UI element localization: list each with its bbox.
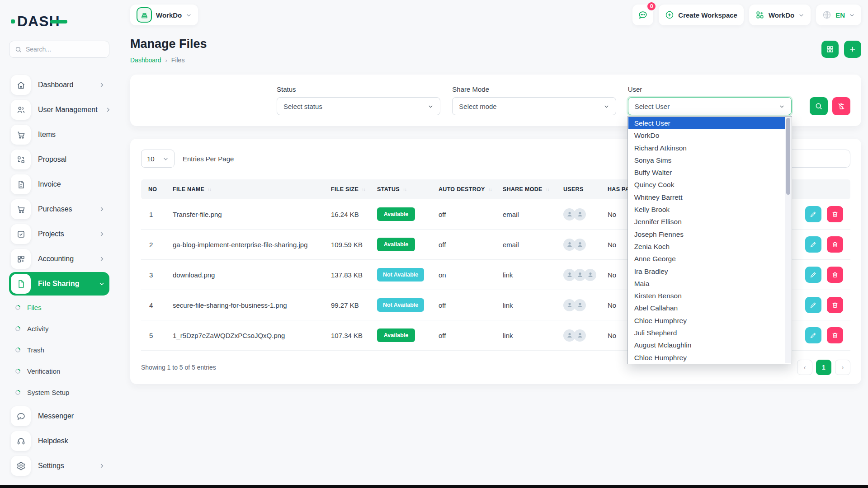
sidebar-subitem-activity[interactable]: Activity [9,318,109,339]
sort-icon[interactable]: ↑↓ [362,187,365,192]
sidebar-item-file-sharing[interactable]: File Sharing [9,272,109,296]
user-option[interactable]: Zenia Koch [628,240,785,253]
messages-button[interactable]: 0 [632,5,653,25]
user-select[interactable]: Select User [628,97,792,115]
cell-share-mode: link [498,260,559,290]
bullet-ring-icon [14,347,21,353]
trash-icon [831,271,839,278]
sidebar-item-dashboard[interactable]: Dashboard [9,73,109,97]
column-header-share-mode[interactable]: SHARE MODE↑↓ [498,179,559,199]
sidebar-search[interactable] [9,41,109,58]
filter-actions [810,97,850,115]
dropdown-scrollbar[interactable] [785,117,791,363]
edit-file-button[interactable] [805,327,821,343]
user-option[interactable]: Anne George [628,253,785,265]
grid-view-button[interactable] [821,41,839,58]
user-option[interactable]: Buffy Walter [628,166,785,178]
pagination-page-1-button[interactable]: 1 [816,360,831,375]
sidebar-item-user-management[interactable]: User Management [9,98,109,122]
sidebar-item-purchases[interactable]: Purchases [9,197,109,221]
user-option[interactable]: Jennifer Ellison [628,216,785,228]
trash-icon [831,211,839,218]
user-option[interactable]: Chloe Humphrey [628,314,785,327]
edit-file-button[interactable] [805,297,821,313]
delete-file-button[interactable] [827,206,843,222]
sort-icon[interactable]: ↑↓ [546,187,549,192]
sidebar-subitem-verification[interactable]: Verification [9,361,109,382]
entries-per-page-select[interactable]: 10 [141,150,175,168]
edit-file-button[interactable] [805,236,821,253]
sidebar-item-accounting[interactable]: Accounting [9,247,109,271]
delete-file-button[interactable] [827,267,843,283]
user-option[interactable]: Sonya Sims [628,154,785,166]
column-header-no[interactable]: NO [141,179,168,199]
sidebar-subitem-files[interactable]: Files [9,297,109,318]
reset-filter-button[interactable] [832,97,850,115]
share-mode-select[interactable]: Select mode [452,97,616,115]
sidebar-item-items[interactable]: Items [9,123,109,146]
user-option[interactable]: Joseph Fiennes [628,228,785,240]
share-mode-filter: Share Mode Select mode [452,85,616,115]
delete-file-button[interactable] [827,236,843,253]
sidebar-item-proposal[interactable]: Proposal [9,148,109,171]
sidebar-item-invoice[interactable]: Invoice [9,173,109,196]
workspace-switcher[interactable]: WorkDo [130,5,198,25]
sort-icon[interactable]: ↑↓ [208,187,211,192]
chat-bubble-icon [11,406,31,426]
user-option[interactable]: Kelly Brook [628,203,785,216]
column-header-file-name[interactable]: FILE NAME↑↓ [168,179,326,199]
user-option[interactable]: Abel Callahan [628,302,785,314]
delete-file-button[interactable] [827,297,843,313]
cell-no: 2 [141,230,168,260]
breadcrumb-dashboard-link[interactable]: Dashboard [130,56,161,64]
user-option[interactable]: Juli Shepherd [628,327,785,339]
sort-icon[interactable]: ↑↓ [403,187,406,192]
column-header-status[interactable]: STATUS↑↓ [373,179,434,199]
sidebar-item-helpdesk[interactable]: Helpdesk [9,429,109,453]
user-option[interactable]: Maia [628,277,785,290]
user-option[interactable]: Richard Atkinson [628,142,785,154]
page-header: Manage Files Dashboard › Files [130,37,861,64]
sidebar-search-input[interactable] [26,46,104,53]
pagination-prev-button[interactable]: ‹ [797,360,812,375]
sidebar-item-settings[interactable]: Settings [9,454,109,478]
create-workspace-button[interactable]: Create Workspace [659,5,744,25]
add-file-button[interactable] [844,41,861,58]
bullet-ring-icon [14,368,21,375]
column-header-auto-destroy[interactable]: AUTO DESTROY↑↓ [434,179,498,199]
sidebar-item-label: Accounting [38,255,74,263]
status-select[interactable]: Select status [277,97,440,115]
edit-file-button[interactable] [805,206,821,222]
user-menu[interactable]: WorkDo [749,5,811,25]
sidebar-item-label: Settings [38,462,64,470]
status-badge: Available [377,207,415,221]
apply-filter-button[interactable] [810,97,828,115]
column-header-file-size[interactable]: FILE SIZE↑↓ [326,179,373,199]
status-select-value: Select status [283,103,322,110]
chevron-down-icon [849,12,855,18]
pagination-next-button[interactable]: › [835,360,850,375]
dropdown-scrollbar-thumb[interactable] [786,118,790,195]
user-option[interactable]: Ira Bradley [628,265,785,277]
sidebar-item-projects[interactable]: Projects [9,222,109,246]
sort-icon[interactable]: ↑↓ [488,187,492,192]
user-option[interactable]: Whitney Barrett [628,191,785,203]
language-selector[interactable]: EN [816,5,861,25]
cell-file-name: secure-file-sharing-for-business-1.png [168,290,326,320]
user-option[interactable]: Quincy Cook [628,178,785,191]
user-option[interactable]: Select User [628,117,785,129]
page-title: Manage Files [130,37,207,51]
proposal-icon [11,150,31,169]
user-option[interactable]: Kirsten Benson [628,290,785,302]
user-option[interactable]: Chloe Humphrey [628,352,785,363]
grid-plus-icon [11,249,31,269]
sidebar-subitem-system-setup[interactable]: System Setup [9,382,109,403]
user-option[interactable]: WorkDo [628,129,785,141]
sidebar-subitem-trash[interactable]: Trash [9,339,109,361]
pencil-icon [810,241,817,248]
user-option[interactable]: August Mclaughlin [628,339,785,351]
chevron-right-icon [99,256,105,262]
edit-file-button[interactable] [805,267,821,283]
sidebar-item-messenger[interactable]: Messenger [9,404,109,428]
delete-file-button[interactable] [827,327,843,343]
